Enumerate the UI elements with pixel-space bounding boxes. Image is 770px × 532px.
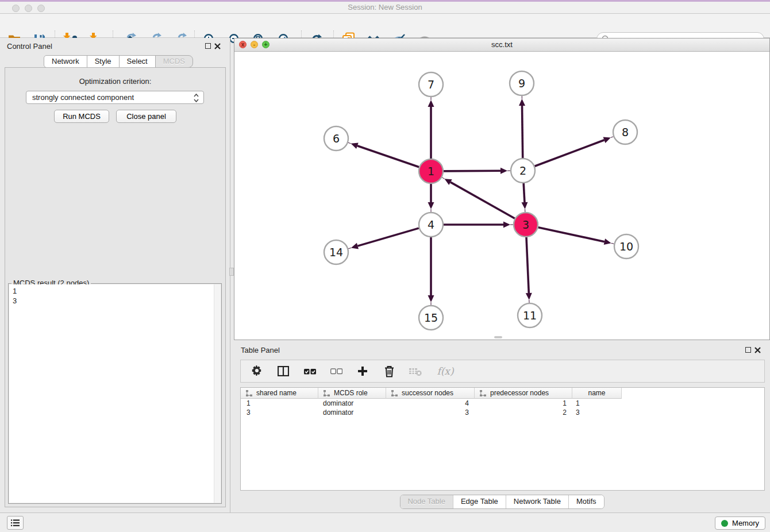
control-panel-header: Control Panel — [0, 38, 230, 54]
graph-edge-2-3[interactable] — [523, 183, 525, 202]
application-window: Session: New Session — [0, 0, 770, 532]
graph-node-label: 9 — [518, 77, 525, 90]
graph-edge-arrow — [351, 143, 359, 149]
float-panel-icon[interactable] — [205, 43, 211, 49]
hierarchy-icon — [324, 390, 330, 396]
create-column-button[interactable] — [356, 364, 369, 378]
graph-node-label: 1 — [428, 165, 434, 178]
table-cell[interactable]: 1 — [572, 399, 622, 407]
network-graph[interactable]: 7968124314101511 — [234, 51, 769, 340]
column-header-mcds-role[interactable]: MCDS role — [318, 388, 386, 399]
panel-splitter-handle[interactable] — [229, 268, 234, 276]
column-header-name[interactable]: name — [572, 388, 622, 399]
table-row[interactable]: 1dominator411 — [241, 399, 764, 408]
table-cell[interactable]: dominator — [318, 408, 386, 417]
graph-edge-3-1[interactable] — [451, 182, 515, 218]
column-header-successor-nodes[interactable]: successor nodes — [386, 388, 475, 399]
graph-edge-1-2[interactable] — [444, 171, 500, 171]
tab-node-table[interactable]: Node Table — [400, 495, 453, 508]
memory-button[interactable]: Memory — [715, 516, 765, 530]
table-panel-header: Table Panel — [234, 342, 770, 358]
graph-edge-arrow — [351, 243, 359, 249]
table-cell[interactable]: 2 — [475, 408, 572, 417]
float-table-panel-icon[interactable] — [745, 347, 751, 353]
graph-node-label: 6 — [333, 132, 340, 145]
graph-edge-arrow — [428, 202, 434, 209]
graph-edge-2-9[interactable] — [522, 106, 523, 158]
node-table-header: shared name MCDS role successor nodes pr… — [241, 388, 764, 399]
hierarchy-icon — [480, 390, 486, 396]
delete-table-button — [409, 364, 422, 378]
graph-edge-arrow — [428, 100, 434, 107]
table-tabs: Node Table Edge Table Network Table Moti… — [399, 495, 604, 509]
table-cell[interactable]: 4 — [386, 399, 475, 407]
graph-edge-tip — [348, 142, 351, 144]
run-mcds-button[interactable]: Run MCDS — [54, 110, 109, 123]
title-bar: Session: New Session — [0, 0, 770, 14]
graph-edge-tip — [348, 248, 351, 248]
dropdown-chevrons-icon — [193, 93, 199, 103]
node-table-body: 1dominator4113dominator323 — [241, 399, 764, 417]
mcds-result-text[interactable]: 1 3 — [9, 284, 221, 503]
main-toolbar — [0, 14, 770, 38]
mcds-result-group: MCDS result (2 nodes) 1 3 — [8, 283, 222, 504]
graph-node-label: 8 — [622, 126, 629, 138]
graph-edge-tip — [611, 243, 614, 244]
column-header-predecessor-nodes[interactable]: predecessor nodes — [475, 388, 572, 399]
table-cell[interactable]: 3 — [241, 408, 318, 417]
graph-edge-arrow — [428, 295, 434, 302]
hierarchy-icon — [391, 390, 398, 396]
show-columns-button[interactable] — [276, 364, 290, 378]
network-window-title: scc.txt — [234, 38, 769, 51]
graph-edge-4-14[interactable] — [357, 228, 418, 246]
graph-edge-3-11[interactable] — [526, 237, 529, 293]
task-history-button[interactable] — [7, 516, 24, 530]
graph-edge-arrow — [519, 99, 525, 106]
network-window-titlebar[interactable]: x - + scc.txt — [234, 38, 769, 52]
graph-edge-arrow — [604, 238, 611, 245]
resize-grip[interactable] — [494, 336, 502, 338]
graph-node-label: 14 — [329, 246, 343, 259]
tab-network-table[interactable]: Network Table — [506, 495, 568, 508]
delete-column-button[interactable] — [382, 364, 396, 378]
optimization-criterion-label: Optimization criterion: — [5, 77, 225, 86]
tab-style[interactable]: Style — [87, 55, 120, 68]
result-scrollbar[interactable] — [214, 284, 221, 503]
gear-icon — [251, 365, 263, 377]
status-bar: Memory — [0, 512, 770, 532]
table-settings-button[interactable] — [250, 364, 264, 378]
table-cell[interactable]: 3 — [386, 408, 475, 417]
graph-node-label: 2 — [519, 164, 526, 177]
tab-motifs[interactable]: Motifs — [568, 495, 604, 508]
tab-mcds[interactable]: MCDS — [155, 55, 193, 68]
graph-edge-2-8[interactable] — [535, 140, 605, 167]
close-panel-button[interactable]: Close panel — [116, 110, 176, 123]
window-title: Session: New Session — [0, 2, 770, 13]
hierarchy-icon — [246, 390, 252, 396]
table-row[interactable]: 3dominator323 — [241, 408, 764, 417]
table-cell[interactable]: 1 — [241, 399, 318, 407]
column-header-shared-name[interactable]: shared name — [241, 388, 318, 399]
memory-label: Memory — [732, 519, 759, 527]
table-cell[interactable]: 1 — [475, 399, 572, 407]
close-panel-icon[interactable] — [214, 41, 221, 49]
criterion-dropdown[interactable]: strongly connected component — [26, 91, 204, 104]
graph-edge-arrow — [526, 293, 532, 300]
graph-edge-arrow — [603, 137, 611, 143]
function-icon: f(x) — [437, 365, 453, 377]
table-cell[interactable]: dominator — [318, 399, 386, 407]
tab-network[interactable]: Network — [44, 55, 87, 68]
list-icon — [11, 519, 20, 527]
graph-edge-arrow — [503, 222, 510, 228]
tab-edge-table[interactable]: Edge Table — [453, 495, 506, 508]
graph-node-label: 11 — [523, 309, 537, 322]
graph-edge-3-10[interactable] — [538, 228, 604, 242]
graph-edge-1-6[interactable] — [357, 146, 419, 167]
select-all-columns-button[interactable] — [303, 364, 317, 378]
table-cell[interactable]: 3 — [572, 408, 622, 417]
graph-edge-arrow — [500, 168, 507, 174]
node-table: shared name MCDS role successor nodes pr… — [240, 387, 765, 491]
deselect-all-columns-button[interactable] — [329, 364, 343, 378]
close-table-panel-icon[interactable] — [754, 345, 761, 353]
tab-select[interactable]: Select — [119, 55, 156, 68]
